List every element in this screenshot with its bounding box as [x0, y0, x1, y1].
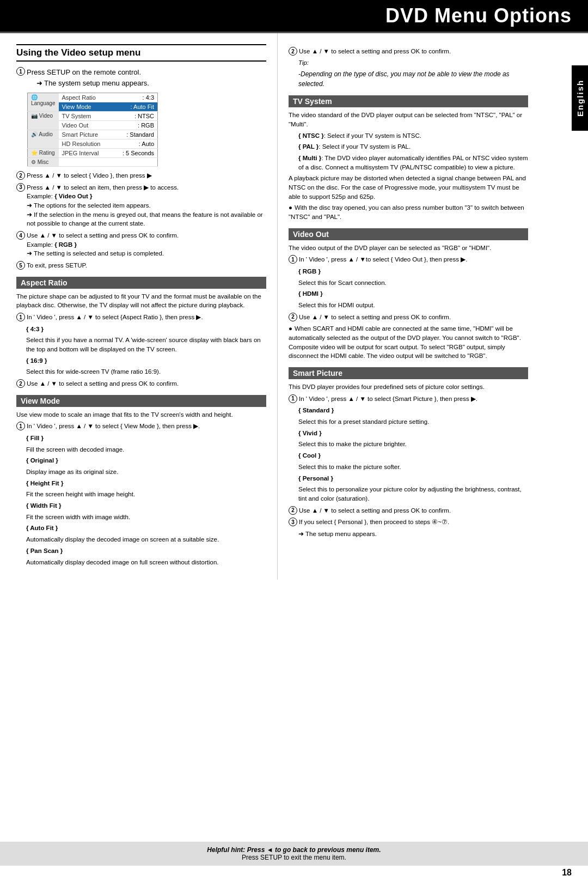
rgb-desc: Select this for Scart connection.: [298, 278, 528, 288]
pan-scan-label: { Pan Scan }: [26, 546, 266, 556]
smart-picture-p1: This DVD player provides four predefined…: [289, 382, 528, 392]
page-number: 18: [562, 868, 572, 878]
left-column: Using the Video setup menu 1 Press SETUP…: [0, 33, 278, 580]
step1-arrow: The system setup menu appears.: [36, 79, 149, 87]
view-step-1-num: 1: [16, 422, 25, 430]
fill-label: { Fill }: [26, 434, 266, 443]
smart-step-1-num: 1: [289, 394, 297, 403]
right-column: 2 Use ▲ / ▼ to select a setting and pres…: [278, 33, 555, 580]
step-4-num: 4: [16, 231, 25, 240]
video-out-header: Video Out: [289, 228, 528, 240]
smart-step-3-num: 3: [289, 518, 297, 526]
aspect-16-9: { 16:9 }: [26, 356, 266, 366]
width-fit-desc: Fit the screen width with image width.: [26, 513, 266, 522]
english-tab: English: [572, 65, 588, 131]
aspect-ratio-desc: The picture shape can be adjusted to fit…: [16, 292, 266, 310]
video-out-bullet: When SCART and HDMI cable are connected …: [289, 324, 528, 361]
pal-label: { PAL }: Select if your TV system is PAL…: [298, 142, 528, 151]
step3-example: Example: { Video Out }: [27, 193, 93, 199]
step3-arrow2: If the selection in the menu is greyed o…: [27, 211, 263, 227]
footer-hint-2: Press SETUP to exit the menu item.: [242, 854, 346, 861]
cool-label: { Cool }: [298, 451, 528, 460]
step-5: 5 To exit, press SETUP.: [16, 261, 266, 270]
step-2: 2 Press ▲ / ▼ to select { Video }, then …: [16, 171, 266, 180]
width-fit-label: { Width Fit }: [26, 501, 266, 510]
pan-scan-desc: Automatically display decoded image on f…: [26, 558, 266, 567]
hdmi-desc: Select this for HDMI output.: [298, 301, 528, 310]
smart-step-3: 3 If you select { Personal }, then proce…: [289, 518, 528, 527]
aspect-4-3-desc: Select this if you have a normal TV. A '…: [26, 336, 266, 354]
step-4: 4 Use ▲ / ▼ to select a setting and pres…: [16, 231, 266, 258]
footer-hint-1: Helpful hint: Press ◄ to go back to prev…: [207, 846, 381, 854]
smart-arrow: The setup menu appears.: [298, 530, 528, 539]
view-mode-header: View Mode: [16, 395, 266, 407]
auto-fit-label: { Auto Fit }: [26, 524, 266, 533]
height-fit-desc: Fit the screen height with image height.: [26, 490, 266, 499]
original-desc: Display image as its original size.: [26, 467, 266, 477]
page-title: DVD Menu Options: [0, 4, 572, 27]
rgb-label: { RGB }: [298, 267, 528, 276]
step-2-num: 2: [16, 171, 25, 180]
step-3-num: 3: [16, 183, 25, 192]
section-title: Using the Video setup menu: [16, 44, 266, 62]
personal-label: { Personal }: [298, 474, 528, 483]
tip-text: -Depending on the type of disc, you may …: [298, 69, 528, 89]
tv-system-bullet: With the disc tray opened, you can also …: [289, 203, 528, 221]
original-label: { Original }: [26, 456, 266, 465]
aspect-step-1: 1 In ' Video ', press ▲ / ▼ to select {A…: [16, 313, 266, 322]
step4-example: Example: { RGB }: [27, 241, 77, 248]
multi-label: { Multi }: The DVD video player automati…: [298, 154, 528, 172]
step4-arrow: The setting is selected and setup is com…: [27, 250, 164, 257]
tip-label: Tip:: [298, 58, 528, 68]
view-mode-desc: Use view mode to scale an image that fit…: [16, 410, 266, 419]
video-out-p1: The video output of the DVD player can b…: [289, 244, 528, 253]
height-fit-label: { Height Fit }: [26, 479, 266, 488]
menu-row: ⭐ Rating JPEG Interval : 5 Seconds: [28, 149, 158, 158]
menu-row: ⚙ Misc: [28, 158, 158, 167]
smart-step-1: 1 In ' Video ', press ▲ / ▼ to select {S…: [289, 394, 528, 404]
smart-step-2: 2 Use ▲ / ▼ to select a setting and pres…: [289, 506, 528, 515]
step-1-num: 1: [16, 67, 25, 76]
right-step-2-num: 2: [289, 47, 297, 56]
video-out-step-1-num: 1: [289, 255, 297, 264]
vivid-desc: Select this to make the picture brighter…: [298, 440, 528, 449]
aspect-ratio-header: Aspect Ratio: [16, 277, 266, 289]
video-out-step-1: 1 In ' Video ', press ▲ / ▼to select { V…: [289, 255, 528, 264]
tv-system-p1: The video standard of the DVD player out…: [289, 111, 528, 129]
aspect-4-3: { 4:3 }: [26, 325, 266, 334]
aspect-step-1-num: 1: [16, 313, 25, 321]
video-out-step-2: 2 Use ▲ / ▼ to select a setting and pres…: [289, 313, 528, 322]
standard-desc: Select this for a preset standard pictur…: [298, 417, 528, 427]
menu-row: 📷 Video TV System : NTSC: [28, 112, 158, 121]
aspect-16-9-desc: Select this for wide-screen TV (frame ra…: [26, 367, 266, 376]
menu-row: 🔊 Audio Smart Picture : Standard: [28, 130, 158, 139]
aspect-step-2: 2 Use ▲ / ▼ to select a setting and pres…: [16, 379, 266, 388]
tv-system-header: TV System: [289, 95, 528, 107]
standard-label: { Standard }: [298, 406, 528, 415]
step-1: 1 Press SETUP on the remote control. The…: [16, 67, 266, 88]
smart-step-2-num: 2: [289, 506, 297, 515]
menu-row: 🌐 Language Aspect Ratio : 4:3: [28, 93, 158, 102]
step3-arrow1: The options for the selected item appear…: [27, 202, 151, 209]
step-3: 3 Press ▲ / ▼ to select an item, then pr…: [16, 183, 266, 228]
footer-hint: Helpful hint: Press ◄ to go back to prev…: [0, 842, 588, 866]
personal-desc: Select this to personalize your picture …: [298, 485, 528, 503]
fill-desc: Fill the screen with decoded image.: [26, 445, 266, 454]
step-5-num: 5: [16, 261, 25, 270]
page-header: DVD Menu Options: [0, 0, 588, 33]
auto-fit-desc: Automatically display the decoded image …: [26, 535, 266, 544]
main-content: Using the Video setup menu 1 Press SETUP…: [0, 33, 588, 580]
setup-menu-image: 🌐 Language Aspect Ratio : 4:3 View Mode …: [27, 93, 158, 167]
right-step-2: 2 Use ▲ / ▼ to select a setting and pres…: [289, 47, 528, 56]
aspect-step-2-num: 2: [16, 379, 25, 388]
cool-desc: Select this to make the picture softer.: [298, 463, 528, 472]
video-out-step-2-num: 2: [289, 313, 297, 321]
tv-system-p2: A playback picture may be distorted when…: [289, 174, 528, 201]
smart-picture-header: Smart Picture: [289, 367, 528, 379]
ntsc-label: { NTSC }: Select if your TV system is NT…: [298, 131, 528, 141]
hdmi-label: { HDMI }: [298, 289, 528, 299]
view-step-1: 1 In ' Video ', press ▲ / ▼ to select { …: [16, 422, 266, 431]
vivid-label: { Vivid }: [298, 429, 528, 438]
